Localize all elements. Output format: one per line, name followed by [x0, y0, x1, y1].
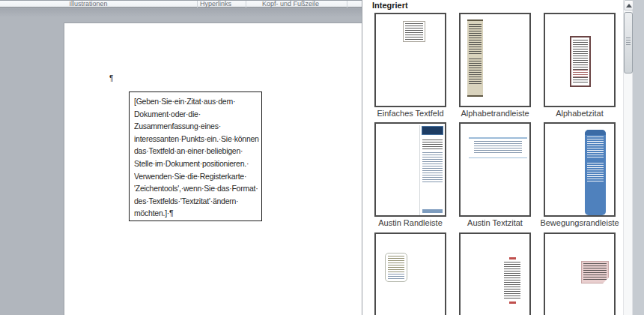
motion-sidebar-thumbnail-art — [585, 130, 606, 215]
austin-sidebar-thumbnail-art — [419, 125, 445, 215]
textbox-gallery-dropdown: Integriert Einfaches Textfeld Alphabetra… — [362, 0, 633, 315]
gallery-item-label[interactable]: Alphabetrandleiste — [454, 109, 536, 118]
gallery-item-partial-3[interactable] — [544, 232, 616, 315]
up-arrow-icon — [626, 4, 632, 8]
gallery-item-alphabetrandleiste[interactable] — [459, 13, 531, 107]
simple-textbox-thumbnail-art — [403, 21, 425, 42]
ribbon-group-label-strip: Illustrationen Hyperlinks Kopf- und Fußz… — [0, 0, 362, 8]
textbox-line: möchten.]·¶ — [134, 207, 260, 220]
gallery-item-label[interactable]: Einfaches Textfeld — [369, 109, 452, 118]
gallery-scrollbar[interactable] — [623, 0, 633, 315]
gallery-item-partial-1[interactable] — [374, 232, 446, 315]
gallery-item-partial-2[interactable] — [459, 232, 531, 315]
ribbon-group-illustrationen: Illustrationen — [69, 1, 107, 8]
scrollbar-thumb[interactable] — [624, 12, 633, 74]
document-page[interactable]: ¶ [Geben·Sie·ein·Zitat·aus·dem· Dokument… — [64, 22, 362, 315]
document-background: ¶ [Geben·Sie·ein·Zitat·aus·dem· Dokument… — [0, 8, 362, 315]
text-quote-placeholder-box[interactable]: [Geben·Sie·ein·Zitat·aus·dem· Dokument·o… — [129, 92, 262, 221]
textbox-line: Stelle·im·Dokument·positionieren.· — [134, 158, 260, 170]
ribbon-group-separator — [246, 1, 246, 8]
gallery-item-label[interactable]: Bewegungsrandleiste — [538, 218, 621, 228]
paragraph-mark: ¶ — [109, 74, 113, 82]
gallery-item-einfaches-textfeld[interactable] — [374, 13, 446, 107]
ribbon-group-separator — [347, 1, 347, 8]
gallery-item-label[interactable]: Austin Textzitat — [454, 218, 536, 228]
scrollbar-up-button[interactable] — [624, 0, 633, 10]
textbox-line: [Geben·Sie·ein·Zitat·aus·dem· — [134, 95, 260, 108]
ribbon-group-hyperlinks: Hyperlinks — [200, 1, 231, 8]
textbox-line: Zusammenfassung·eines· — [134, 120, 260, 133]
gallery-item-alphabetzitat[interactable] — [544, 13, 616, 107]
ribbon-group-separator — [197, 1, 198, 8]
gallery-item-label[interactable]: Austin Randleiste — [369, 218, 452, 228]
textbox-line: Verwenden·Sie·die·Registerkarte· — [134, 170, 260, 183]
scrollbar-grip-icon — [626, 38, 631, 46]
textbox-line: das·Textfeld·an·einer·beliebigen· — [134, 145, 260, 158]
pink-note-thumbnail-art — [581, 261, 609, 284]
alphabet-sidebar-thumbnail-art — [467, 20, 483, 97]
window-right-edge — [633, 0, 644, 315]
rounded-quote-thumbnail-art — [385, 253, 407, 282]
gallery-item-austin-textzitat[interactable] — [459, 122, 531, 217]
textbox-line: interessanten·Punkts·ein.·Sie·können· — [134, 133, 260, 146]
textbox-line: des·Textfelds·'Textzitat'·ändern· — [134, 195, 260, 208]
gallery-item-austin-randleiste[interactable] — [374, 122, 446, 217]
textbox-line: 'Zeichentools',·wenn·Sie·das·Format· — [134, 182, 260, 195]
textbox-line: Dokument·oder·die· — [134, 108, 260, 121]
gallery-section-header: Integriert — [372, 1, 408, 10]
gallery-item-label[interactable]: Alphabetzitat — [538, 109, 621, 118]
alphabet-quote-thumbnail-art — [570, 36, 591, 87]
column-quote-thumbnail-art — [504, 257, 520, 304]
ribbon-group-kopf-fusszeile: Kopf- und Fußzeile — [262, 1, 319, 8]
gallery-item-bewegungsrandleiste[interactable] — [544, 122, 616, 217]
austin-quote-thumbnail-art — [469, 137, 527, 158]
